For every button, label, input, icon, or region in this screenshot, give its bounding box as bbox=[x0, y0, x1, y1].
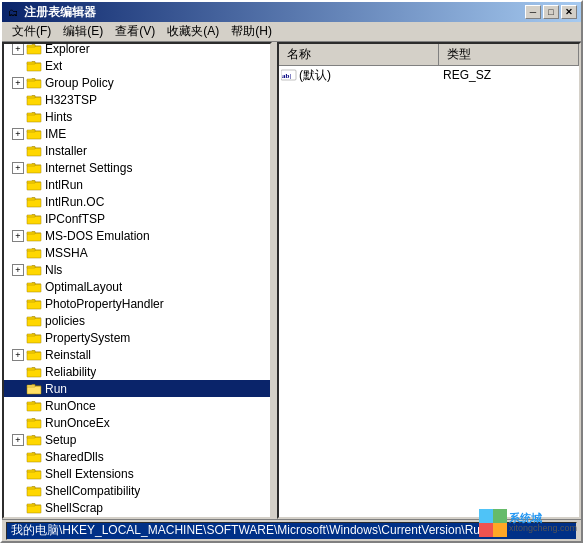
col-type-header: 类型 bbox=[439, 44, 579, 65]
close-button[interactable]: ✕ bbox=[561, 5, 577, 19]
tree-item-run-once[interactable]: RunOnce bbox=[4, 397, 270, 414]
tree-item-policies[interactable]: policies bbox=[4, 312, 270, 329]
tree-item-installer[interactable]: Installer bbox=[4, 142, 270, 159]
tree-item-hints[interactable]: Hints bbox=[4, 108, 270, 125]
title-bar: 🗂 注册表编辑器 ─ □ ✕ bbox=[2, 2, 581, 22]
tree-label-shared-dlls: SharedDlls bbox=[45, 450, 104, 464]
tree-item-ms-dos-emulation[interactable]: + MS-DOS Emulation bbox=[4, 227, 270, 244]
svg-rect-27 bbox=[27, 181, 35, 183]
expand-btn-setup[interactable]: + bbox=[12, 434, 24, 446]
folder-icon-run-once bbox=[26, 400, 42, 412]
tree-label-ext: Ext bbox=[45, 59, 62, 73]
tree-label-run-once: RunOnce bbox=[45, 399, 96, 413]
svg-rect-45 bbox=[27, 334, 35, 336]
folder-icon-ipconftsp bbox=[26, 213, 42, 225]
tree-item-intlrun-oc[interactable]: IntlRun.OC bbox=[4, 193, 270, 210]
svg-rect-43 bbox=[27, 317, 35, 319]
minimize-button[interactable]: ─ bbox=[525, 5, 541, 19]
menu-item-h[interactable]: 帮助(H) bbox=[225, 21, 278, 42]
status-bar: 我的电脑\HKEY_LOCAL_MACHINE\SOFTWARE\Microso… bbox=[2, 519, 581, 541]
registry-editor-window: 🗂 注册表编辑器 ─ □ ✕ 文件(F)编辑(E)查看(V)收藏夹(A)帮助(H… bbox=[0, 0, 583, 543]
expand-btn-internet-settings[interactable]: + bbox=[12, 162, 24, 174]
folder-icon-ext bbox=[26, 60, 42, 72]
tree-label-shell-extensions: Shell Extensions bbox=[45, 467, 134, 481]
tree-item-h323tsp[interactable]: H323TSP bbox=[4, 91, 270, 108]
expand-btn-ime[interactable]: + bbox=[12, 128, 24, 140]
folder-icon-run bbox=[26, 383, 42, 395]
folder-icon-property-system bbox=[26, 332, 42, 344]
tree-item-explorer[interactable]: + Explorer bbox=[4, 44, 270, 57]
values-body[interactable]: ab|(默认)REG_SZ bbox=[279, 66, 579, 517]
tree-item-photo-property-handler[interactable]: PhotoPropertyHandler bbox=[4, 295, 270, 312]
tree-item-ext[interactable]: Ext bbox=[4, 57, 270, 74]
svg-rect-31 bbox=[27, 215, 35, 217]
folder-icon-installer bbox=[26, 145, 42, 157]
tree-scroll[interactable]: Controls Folder CSCSettings DateTime+ DI… bbox=[4, 44, 270, 517]
folder-icon-setup bbox=[26, 434, 42, 446]
tree-item-ime[interactable]: + IME bbox=[4, 125, 270, 142]
expand-btn-ms-dos-emulation[interactable]: + bbox=[12, 230, 24, 242]
tree-label-intlrun: IntlRun bbox=[45, 178, 83, 192]
folder-icon-optimal-layout bbox=[26, 281, 42, 293]
tree-item-run-once-ex[interactable]: RunOnceEx bbox=[4, 414, 270, 431]
folder-icon-shell-extensions bbox=[26, 468, 42, 480]
tree-label-run-once-ex: RunOnceEx bbox=[45, 416, 110, 430]
tree-label-installer: Installer bbox=[45, 144, 87, 158]
tree-item-internet-settings[interactable]: + Internet Settings bbox=[4, 159, 270, 176]
expand-placeholder-intlrun-oc bbox=[12, 196, 24, 208]
svg-rect-53 bbox=[27, 402, 35, 404]
folder-icon-shell-scrap bbox=[26, 502, 42, 514]
tree-item-reliability[interactable]: Reliability bbox=[4, 363, 270, 380]
menu-item-f[interactable]: 文件(F) bbox=[6, 21, 57, 42]
svg-rect-23 bbox=[27, 147, 35, 149]
tree-label-internet-settings: Internet Settings bbox=[45, 161, 132, 175]
maximize-button[interactable]: □ bbox=[543, 5, 559, 19]
tree-item-run[interactable]: Run bbox=[4, 380, 270, 397]
expand-placeholder-installer bbox=[12, 145, 24, 157]
expand-btn-nls[interactable]: + bbox=[12, 264, 24, 276]
folder-icon-shell-compatibility bbox=[26, 485, 42, 497]
expand-btn-group-policy[interactable]: + bbox=[12, 77, 24, 89]
tree-item-setup[interactable]: + Setup bbox=[4, 431, 270, 448]
expand-btn-reinstall[interactable]: + bbox=[12, 349, 24, 361]
tree-item-group-policy[interactable]: + Group Policy bbox=[4, 74, 270, 91]
tree-panel: Controls Folder CSCSettings DateTime+ DI… bbox=[2, 42, 272, 519]
tree-item-shell-compatibility[interactable]: ShellCompatibility bbox=[4, 482, 270, 499]
expand-placeholder-policies bbox=[12, 315, 24, 327]
tree-item-shell-extensions[interactable]: Shell Extensions bbox=[4, 465, 270, 482]
svg-rect-25 bbox=[27, 164, 35, 166]
tree-item-nls[interactable]: + Nls bbox=[4, 261, 270, 278]
tree-item-shared-dlls[interactable]: SharedDlls bbox=[4, 448, 270, 465]
tree-item-shell-scrap[interactable]: ShellScrap bbox=[4, 499, 270, 516]
value-row-0[interactable]: ab|(默认)REG_SZ bbox=[279, 66, 579, 84]
svg-rect-61 bbox=[27, 470, 35, 472]
tree-label-group-policy: Group Policy bbox=[45, 76, 114, 90]
expand-btn-explorer[interactable]: + bbox=[12, 44, 24, 55]
tree-label-h323tsp: H323TSP bbox=[45, 93, 97, 107]
tree-item-ipconftsp[interactable]: IPConfTSP bbox=[4, 210, 270, 227]
tree-item-intlrun[interactable]: IntlRun bbox=[4, 176, 270, 193]
menu-item-e[interactable]: 编辑(E) bbox=[57, 21, 109, 42]
menu-item-v[interactable]: 查看(V) bbox=[109, 21, 161, 42]
tree-item-optimal-layout[interactable]: OptimalLayout bbox=[4, 278, 270, 295]
folder-icon-ime bbox=[26, 128, 42, 140]
expand-placeholder-shell-scrap bbox=[12, 502, 24, 514]
value-name-0: (默认) bbox=[299, 67, 439, 84]
folder-icon-run-once-ex bbox=[26, 417, 42, 429]
tree-label-nls: Nls bbox=[45, 263, 62, 277]
tree-item-mssha[interactable]: MSSHA bbox=[4, 244, 270, 261]
status-path: 我的电脑\HKEY_LOCAL_MACHINE\SOFTWARE\Microso… bbox=[6, 522, 577, 540]
expand-placeholder-ipconftsp bbox=[12, 213, 24, 225]
svg-rect-33 bbox=[27, 232, 35, 234]
tree-label-property-system: PropertySystem bbox=[45, 331, 130, 345]
svg-rect-29 bbox=[27, 198, 35, 200]
expand-placeholder-ext bbox=[12, 60, 24, 72]
folder-icon-intlrun bbox=[26, 179, 42, 191]
values-panel: 名称 类型 ab|(默认)REG_SZ bbox=[277, 42, 581, 519]
tree-item-property-system[interactable]: PropertySystem bbox=[4, 329, 270, 346]
menu-item-a[interactable]: 收藏夹(A) bbox=[161, 21, 225, 42]
folder-icon-mssha bbox=[26, 247, 42, 259]
folder-icon-internet-settings bbox=[26, 162, 42, 174]
tree-item-reinstall[interactable]: + Reinstall bbox=[4, 346, 270, 363]
main-content: Controls Folder CSCSettings DateTime+ DI… bbox=[2, 42, 581, 519]
